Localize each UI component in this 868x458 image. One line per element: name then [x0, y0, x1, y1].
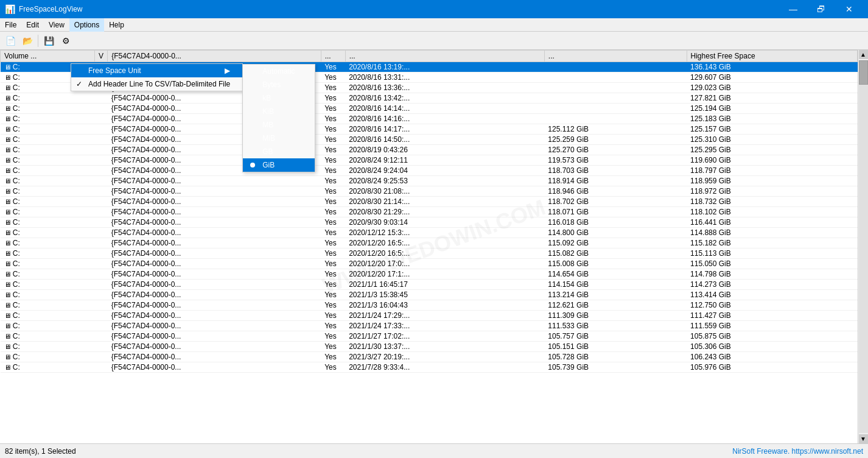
- table-row[interactable]: 🖥 C: {F54C7AD4-0000-0... Yes 2021/1/24 1…: [1, 311, 858, 321]
- cell-highest: 105.976 GiB: [687, 362, 857, 373]
- cell-v: [95, 176, 108, 186]
- cell-v: [95, 93, 108, 104]
- table-row[interactable]: 🖥 C: {F54C7AD4-0000-0... Yes 2021/7/28 9…: [1, 362, 858, 373]
- menu-help[interactable]: Help: [104, 18, 129, 32]
- unit-automatic[interactable]: Automatic: [243, 65, 315, 78]
- unit-gib[interactable]: GiB: [243, 158, 315, 172]
- cell-datetime: 2020/8/16 13:36:...: [345, 83, 544, 93]
- table-row[interactable]: 🖥 C: {F54C7AD4-0000-0... Yes 2020/8/16 1…: [1, 93, 858, 104]
- minimize-button[interactable]: —: [779, 0, 807, 18]
- col-datetime[interactable]: ...: [345, 51, 544, 62]
- table-row[interactable]: 🖥 C: {F54C7AD4-0000-0... Yes 2020/8/30 2…: [1, 207, 858, 217]
- table-row[interactable]: 🖥 C: {F54C7AD4-0000-0... Yes 2021/1/30 1…: [1, 342, 858, 352]
- free-space-unit-item[interactable]: Free Space Unit ▶ Automatic Bytes kB KiB…: [71, 64, 242, 77]
- cell-v: [95, 248, 108, 259]
- table-row[interactable]: 🖥 C: {F54C7AD4-0000-0... Yes 2021/1/24 1…: [1, 321, 858, 331]
- table-row[interactable]: 🖥 C: {F54C7AD4-0000-0... Yes 2021/1/3 15…: [1, 290, 858, 300]
- cell-success: Yes: [321, 290, 345, 300]
- scroll-up[interactable]: ▲: [859, 50, 868, 59]
- col-highest[interactable]: Highest Free Space: [687, 51, 857, 62]
- cell-v: [95, 321, 108, 331]
- cell-highest: 115.113 GiB: [687, 248, 857, 259]
- cell-v: [95, 207, 108, 217]
- cell-success: Yes: [321, 280, 345, 290]
- table-row[interactable]: 🖥 C: {F54C7AD4-0000-0... Yes 2021/1/27 1…: [1, 331, 858, 342]
- cell-v: [95, 342, 108, 352]
- scroll-track[interactable]: [859, 60, 868, 433]
- table-row[interactable]: 🖥 C: {F54C7AD4-0000-0... Yes 2020/8/24 9…: [1, 166, 858, 176]
- cell-highest: 118.797 GiB: [687, 166, 857, 176]
- cell-highest: 115.050 GiB: [687, 259, 857, 269]
- toolbar-settings[interactable]: ⚙: [58, 33, 74, 48]
- table-row[interactable]: 🖥 C: {F54C7AD4-0000-0... Yes 2020/12/20 …: [1, 248, 858, 259]
- col-guid[interactable]: {F54C7AD4-0000-0...: [108, 51, 321, 62]
- table-row[interactable]: 🖥 C: {F54C7AD4-0000-0... Yes 2020/12/12 …: [1, 228, 858, 238]
- cell-freespace: 111.533 GiB: [544, 321, 687, 331]
- table-row[interactable]: 🖥 C: {F54C7AD4-0000-0... Yes 2020/8/30 2…: [1, 197, 858, 207]
- table-row[interactable]: 🖥 C: {F54C7AD4-0000-0... Yes 2020/8/16 1…: [1, 114, 858, 124]
- unit-mib[interactable]: MiB: [243, 132, 315, 145]
- table-row[interactable]: 🖥 C: {F54C7AD4-0000-0... Yes 2020/8/30 2…: [1, 186, 858, 197]
- unit-kb[interactable]: kB: [243, 91, 315, 105]
- cell-success: Yes: [321, 176, 345, 186]
- menu-file[interactable]: File: [0, 18, 21, 32]
- toolbar-save[interactable]: 💾: [41, 33, 57, 48]
- menu-edit[interactable]: Edit: [21, 18, 44, 32]
- toolbar-open[interactable]: 📂: [19, 33, 35, 48]
- table-row[interactable]: 🖥 C: {F54C7AD4-0000-0... Yes 2020/8/24 9…: [1, 176, 858, 186]
- add-header-item[interactable]: ✓ Add Header Line To CSV/Tab-Delimited F…: [71, 77, 242, 91]
- cell-datetime: 2020/8/24 9:12:11: [345, 155, 544, 166]
- table-row[interactable]: 🖥 C: {F54C7AD4-0000-0... Yes 2020/12/20 …: [1, 269, 858, 280]
- unit-mb[interactable]: MB: [243, 118, 315, 132]
- unit-bytes[interactable]: Bytes: [243, 78, 315, 91]
- cell-guid: {F54C7AD4-0000-0...: [108, 228, 321, 238]
- cell-guid: {F54C7AD4-0000-0...: [108, 352, 321, 362]
- cell-freespace: 115.082 GiB: [544, 248, 687, 259]
- cell-guid: {F54C7AD4-0000-0...: [108, 197, 321, 207]
- unit-kib[interactable]: KiB: [243, 105, 315, 118]
- table-row[interactable]: 🖥 C: {F54C7AD4-0000-0... Yes 2021/3/27 2…: [1, 352, 858, 362]
- cell-v: [95, 259, 108, 269]
- cell-freespace: 105.151 GiB: [544, 342, 687, 352]
- table-row[interactable]: 🖥 C: {F54C7AD4-0000-0... Yes 2021/1/1 16…: [1, 280, 858, 290]
- table-container[interactable]: Volume ... V {F54C7AD4-0000-0... ... ...…: [0, 50, 858, 443]
- cell-datetime: 2020/8/16 13:31:...: [345, 72, 544, 83]
- unit-mib-label: MiB: [262, 134, 275, 143]
- scroll-down[interactable]: ▼: [859, 434, 868, 443]
- toolbar-new[interactable]: 📄: [2, 33, 18, 48]
- table-row[interactable]: 🖥 C: {F54C7AD4-0000-0... Yes 2020/12/20 …: [1, 259, 858, 269]
- cell-freespace: 125.270 GiB: [544, 145, 687, 155]
- menu-view[interactable]: View: [44, 18, 69, 32]
- cell-freespace: 105.757 GiB: [544, 331, 687, 342]
- col-v[interactable]: V: [95, 51, 108, 62]
- cell-guid: {F54C7AD4-0000-0...: [108, 207, 321, 217]
- table-row[interactable]: 🖥 C: {F54C7AD4-0000-0... Yes 2020/8/24 9…: [1, 155, 858, 166]
- table-row[interactable]: 🖥 C: {F54C7AD4-0000-0... Yes 2020/12/20 …: [1, 238, 858, 248]
- cell-success: Yes: [321, 248, 345, 259]
- cell-guid: {F54C7AD4-0000-0...: [108, 238, 321, 248]
- col-success[interactable]: ...: [321, 51, 345, 62]
- close-button[interactable]: ✕: [835, 0, 863, 18]
- col-freespace[interactable]: ...: [544, 51, 687, 62]
- cell-success: Yes: [321, 186, 345, 197]
- scroll-thumb[interactable]: [859, 60, 868, 85]
- cell-success: Yes: [321, 352, 345, 362]
- col-volume[interactable]: Volume ...: [1, 51, 95, 62]
- cell-highest: 118.959 GiB: [687, 176, 857, 186]
- table-row[interactable]: 🖥 C: {F54C7AD4-0000-0... Yes 2020/8/16 1…: [1, 124, 858, 135]
- cell-guid: {F54C7AD4-0000-0...: [108, 311, 321, 321]
- restore-button[interactable]: 🗗: [807, 0, 835, 18]
- cell-datetime: 2021/1/24 17:33:...: [345, 321, 544, 331]
- unit-gb[interactable]: GB: [243, 145, 315, 158]
- table-row[interactable]: 🖥 C: {F54C7AD4-0000-0... Yes 2020/8/19 0…: [1, 145, 858, 155]
- menu-options[interactable]: Options: [69, 18, 104, 32]
- scrollbar[interactable]: ▲ ▼: [858, 50, 868, 443]
- cell-highest: 136.143 GiB: [687, 62, 857, 72]
- unit-gb-label: GB: [262, 147, 273, 156]
- table-row[interactable]: 🖥 C: {F54C7AD4-0000-0... Yes 2020/9/30 9…: [1, 217, 858, 228]
- table-row[interactable]: 🖥 C: {F54C7AD4-0000-0... Yes 2020/8/16 1…: [1, 104, 858, 114]
- table-row[interactable]: 🖥 C: {F54C7AD4-0000-0... Yes 2021/1/3 16…: [1, 300, 858, 311]
- cell-guid: {F54C7AD4-0000-0...: [108, 176, 321, 186]
- table-row[interactable]: 🖥 C: {F54C7AD4-0000-0... Yes 2020/8/16 1…: [1, 135, 858, 145]
- cell-datetime: 2020/8/30 21:29:...: [345, 207, 544, 217]
